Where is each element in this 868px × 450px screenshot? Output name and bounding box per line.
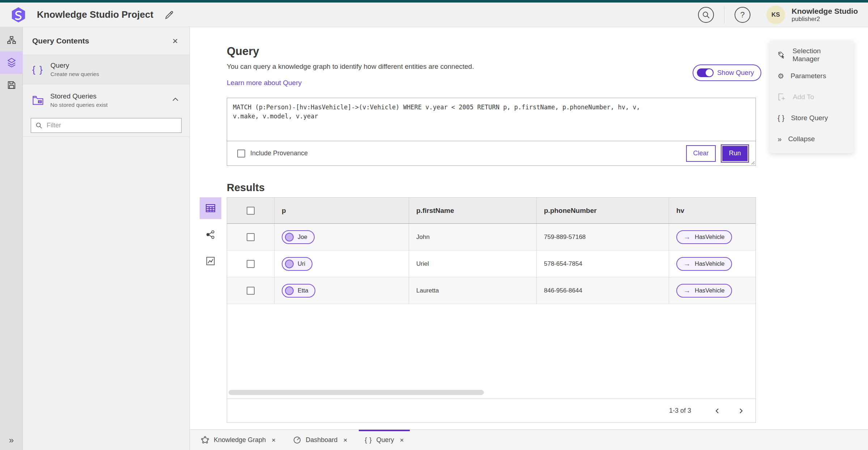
table-row: Joe John 759-889-57168 → HasVehicle [227, 224, 756, 251]
node-label: Uri [298, 260, 305, 267]
phonenumber-value: 759-889-57168 [544, 234, 586, 241]
node-circle-icon [285, 286, 294, 295]
edge-chip[interactable]: → HasVehicle [676, 230, 732, 244]
node-chip[interactable]: Joe [282, 230, 315, 244]
learn-more-link[interactable]: Learn more about Query [227, 79, 302, 87]
run-button[interactable]: Run [722, 145, 748, 162]
search-button[interactable] [698, 7, 714, 23]
search-icon [702, 11, 710, 19]
graph-view-icon [206, 230, 215, 239]
sidebar-item-query[interactable]: { } Query Create new queries [23, 55, 190, 84]
chevron-right-icon [738, 408, 744, 414]
braces-icon: { } [32, 64, 43, 75]
knowledge-graph-icon [201, 436, 209, 444]
rail-item-layers[interactable] [0, 51, 23, 74]
parameters-label: Parameters [791, 72, 826, 80]
table-header-row: p p.firstName p.phoneNumber hv [227, 198, 756, 224]
query-item-description: Create new queries [51, 71, 99, 77]
row-checkbox[interactable] [247, 287, 255, 295]
help-button[interactable]: ? [735, 7, 750, 23]
stored-queries-folder-icon [32, 95, 44, 105]
node-chip[interactable]: Etta [282, 284, 315, 298]
bottom-tab-bar: Knowledge Graph × Dashboard × { } Query … [190, 429, 868, 450]
edit-title-pencil-icon[interactable] [164, 10, 174, 20]
collapse-icon: » [778, 135, 782, 143]
user-avatar[interactable]: KS [766, 5, 785, 24]
parameters-item[interactable]: ⚙ Parameters [770, 66, 854, 87]
node-chip[interactable]: Uri [282, 257, 312, 271]
horizontal-scrollbar[interactable] [229, 390, 484, 395]
select-all-checkbox[interactable] [247, 207, 255, 215]
tab-close-icon[interactable]: × [343, 437, 347, 443]
hierarchy-icon [7, 35, 16, 45]
edge-label: HasVehicle [695, 260, 725, 267]
tab-close-icon[interactable]: × [400, 437, 404, 443]
table-row: Uri Uriel 578-654-7854 → HasVehicle [227, 251, 756, 277]
brand-strip [0, 0, 868, 3]
app-logo-icon [10, 7, 27, 23]
user-role: publisher2 [792, 16, 858, 23]
node-circle-icon [285, 260, 294, 268]
edge-chip[interactable]: → HasVehicle [676, 257, 732, 271]
next-page-button[interactable] [736, 405, 746, 416]
panel-close-icon[interactable]: × [170, 36, 180, 46]
phonenumber-value: 846-956-8644 [544, 287, 582, 294]
store-query-label: Store Query [791, 114, 828, 122]
clear-button[interactable]: Clear [686, 145, 716, 162]
stored-queries-description: No stored queries exist [50, 102, 108, 108]
save-icon [7, 80, 16, 90]
resize-handle-icon[interactable] [750, 160, 755, 165]
table-view-button[interactable] [200, 197, 221, 219]
show-query-toggle[interactable]: Show Query [693, 64, 761, 81]
rail-expand-button[interactable]: » [0, 435, 23, 446]
edge-label: HasVehicle [695, 287, 725, 294]
panel-separator [23, 136, 190, 137]
include-provenance-checkbox[interactable] [237, 150, 245, 157]
tab-dashboard[interactable]: Dashboard × [284, 430, 356, 450]
firstname-value: Uriel [416, 260, 429, 268]
stored-queries-text: Stored Queries No stored queries exist [50, 92, 108, 108]
selection-manager-label: Selection Manager [792, 47, 846, 63]
avatar-initials: KS [771, 11, 780, 18]
filter-box [31, 118, 182, 133]
filter-input[interactable] [46, 121, 177, 130]
arrow-right-icon: → [684, 234, 690, 240]
phonenumber-value: 578-654-7854 [544, 260, 582, 268]
query-footer: Include Provenance Clear Run [227, 141, 756, 165]
tab-close-icon[interactable]: × [272, 437, 276, 443]
help-icon: ? [740, 10, 745, 20]
edge-label: HasVehicle [695, 234, 725, 240]
selection-manager-item[interactable]: Selection Manager [770, 45, 854, 66]
node-label: Etta [298, 287, 308, 294]
tab-query[interactable]: { } Query × [356, 430, 412, 450]
edge-chip[interactable]: → HasVehicle [676, 284, 732, 298]
topbar-divider [724, 6, 724, 24]
column-label: hv [676, 207, 684, 215]
user-name: Knowledge Studio [792, 7, 858, 16]
store-query-item[interactable]: { } Store Query [770, 108, 854, 129]
toggle-knob [706, 69, 713, 76]
graph-view-button[interactable] [200, 224, 221, 245]
include-provenance-label: Include Provenance [250, 150, 308, 157]
topbar-actions: ? KS Knowledge Studio publisher2 [698, 5, 858, 24]
query-actions-panel: Selection Manager ⚙ Parameters Add To { … [770, 41, 854, 153]
toggle-switch [697, 68, 714, 77]
header-cell-firstname: p.firstName [409, 198, 537, 223]
chart-view-button[interactable] [200, 250, 221, 272]
collapse-item[interactable]: » Collapse [770, 129, 854, 150]
row-checkbox[interactable] [247, 233, 255, 241]
row-checkbox[interactable] [247, 260, 255, 268]
results-title: Results [227, 182, 265, 194]
user-block: Knowledge Studio publisher2 [792, 7, 858, 23]
chevron-up-icon [172, 97, 179, 101]
collapse-section-button[interactable] [170, 97, 181, 103]
query-editor[interactable]: MATCH (p:Person)-[hv:HasVehicle]->(v:Veh… [227, 98, 756, 141]
dashboard-gauge-icon [293, 436, 301, 444]
chevron-left-icon [714, 408, 720, 414]
previous-page-button[interactable] [712, 405, 722, 416]
stored-queries-section[interactable]: Stored Queries No stored queries exist [23, 84, 190, 116]
add-to-icon [778, 93, 786, 101]
rail-item-hierarchy[interactable] [0, 29, 23, 51]
rail-item-save[interactable] [0, 74, 23, 96]
tab-knowledge-graph[interactable]: Knowledge Graph × [192, 430, 284, 450]
